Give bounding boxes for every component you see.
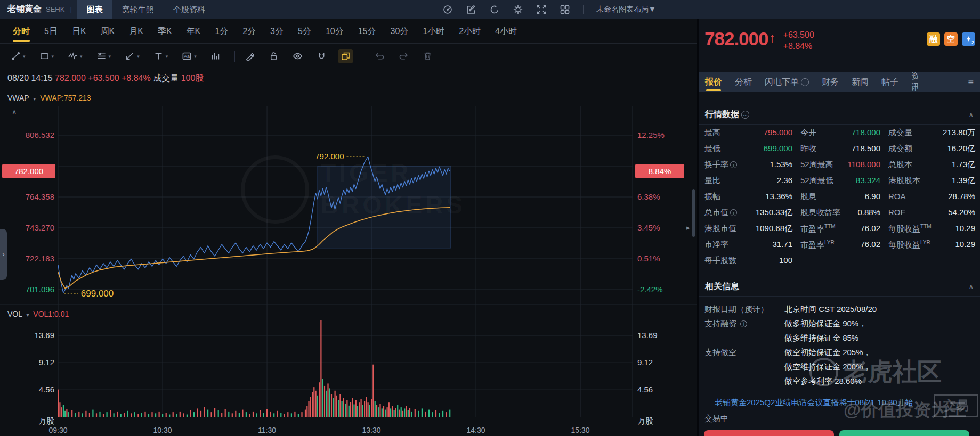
volume-bar (246, 412, 247, 417)
header-divider: | (70, 5, 71, 13)
chevron-down-icon[interactable]: ▾ (31, 96, 38, 102)
volume-bar (345, 404, 346, 417)
header-tab-个股资料[interactable]: 个股资料 (164, 0, 215, 19)
volume-bar (159, 412, 160, 417)
gauge-icon[interactable] (442, 4, 453, 15)
svg-text:8.84%: 8.84% (649, 167, 671, 176)
volume-bar (266, 409, 268, 417)
volume-bar (306, 406, 307, 417)
volume-bar (221, 413, 222, 417)
panel-tab-闪电下单[interactable]: 闪电下单… (765, 72, 809, 92)
time-axis-label: 14:30 (467, 426, 485, 434)
related-value: 北京时间 CST 2025/08/20 (784, 305, 877, 315)
panel-tab-财务[interactable]: 财务 (822, 72, 839, 92)
volume-bar (173, 412, 174, 417)
chart-layout-selector[interactable]: 未命名图表布局▼ (596, 5, 656, 14)
vol-selector[interactable]: VOL (7, 310, 22, 318)
volume-bar (148, 414, 149, 417)
related-value: 做空初始保证金 205%， (784, 348, 871, 358)
volume-bar (301, 412, 302, 417)
pane-collapse-icon[interactable]: ∧ (12, 108, 17, 116)
grid-layout-icon[interactable] (560, 4, 570, 15)
quote-row: 总市值i1350.33亿股息收益率0.88%ROE54.20% (704, 204, 975, 220)
vwap-indicator-legend[interactable]: VWAP ▾ VWAP:757.213 (7, 94, 91, 102)
panel-menu-icon[interactable]: ≡ (968, 77, 974, 88)
quote-row: 最高795.000今开718.000成交量213.80万 (704, 125, 975, 141)
panel-collapse-arrow[interactable]: ▸ (686, 224, 690, 232)
fullscreen-icon[interactable] (536, 4, 547, 15)
volume-bar (425, 412, 426, 417)
collapse-icon[interactable]: ∧ (968, 283, 974, 291)
volume-bar (207, 410, 208, 417)
volume-bar (375, 401, 376, 417)
pct-axis-label: 12.25% (637, 130, 665, 139)
volume-bar (359, 402, 360, 417)
collapse-icon[interactable]: ∧ (968, 111, 974, 119)
quote-data-grid: 最高795.000今开718.000成交量213.80万最低699.000昨收7… (704, 125, 975, 268)
volume-bar (242, 410, 243, 417)
volume-bar (342, 401, 343, 417)
symbol-brand: 老铺黄金 SEHK (0, 4, 64, 15)
volume-bar (134, 412, 135, 417)
volume-bar (446, 412, 447, 417)
edit-icon[interactable] (466, 4, 476, 15)
info-volume: 100股 (181, 73, 204, 83)
volume-bar (197, 408, 198, 417)
panel-tab-新闻[interactable]: 新闻 (852, 72, 869, 92)
time-axis-label: 11:30 (258, 426, 276, 434)
volume-bar (312, 392, 313, 417)
volume-bar (232, 413, 233, 417)
refresh-icon[interactable] (489, 4, 500, 15)
volume-bar (364, 401, 365, 417)
volume-bar (322, 379, 323, 417)
time-axis-label: 10:30 (153, 426, 172, 434)
time-axis-label: 13:30 (362, 426, 381, 434)
volume-bar (291, 413, 292, 417)
header-tab-窝轮牛熊[interactable]: 窝轮牛熊 (112, 0, 164, 19)
volume-indicator-legend[interactable]: VOL ▾ VOL1:0.01 (7, 310, 69, 318)
vol-axis-label: 9.12 (39, 358, 54, 367)
volume-bar (313, 387, 314, 417)
market-status: 交易中 (704, 414, 728, 424)
volume-bar (399, 410, 400, 417)
volume-bar (409, 408, 410, 417)
quote-value: 10.29 (704, 224, 975, 233)
quote-section-title: 行情数据 (705, 109, 739, 120)
volume-bar (200, 411, 201, 417)
volume-bar (442, 411, 443, 417)
volume-bar (362, 405, 363, 417)
left-panel-expand-handle[interactable]: › (0, 229, 7, 280)
volume-bar (99, 412, 100, 417)
panel-tab-帖子[interactable]: 帖子 (881, 72, 898, 92)
price-block: 782.000 ↑ +63.500 +8.84% (704, 28, 814, 52)
buy-button[interactable] (704, 430, 834, 436)
vwap-selector[interactable]: VWAP (7, 94, 29, 102)
price-chart-canvas[interactable]: 806.532764.358743.270722.183701.09612.25… (0, 0, 697, 436)
earnings-call-link[interactable]: 老铺黄金2025Q2业绩电话会议直播将于08/21 10:30开始 (715, 398, 969, 408)
volume-bar (372, 365, 374, 417)
info-icon[interactable]: i (740, 320, 747, 327)
volume-bar (239, 413, 240, 417)
volume-bar (343, 398, 344, 417)
quote-value: 100 (704, 256, 792, 265)
related-label: 财报日期（预计） (704, 305, 768, 315)
header-tab-图表[interactable]: 图表 (77, 0, 112, 19)
volume-bar (394, 410, 395, 417)
panel-tab-clipped[interactable]: 资讯 (911, 71, 918, 93)
volume-bar (107, 412, 108, 417)
volume-bar (317, 396, 318, 417)
panel-tab-分析[interactable]: 分析 (735, 72, 752, 92)
sell-button[interactable] (839, 430, 969, 436)
panel-scrollbar[interactable] (692, 189, 695, 237)
volume-bar (260, 410, 261, 417)
dots-circle-icon[interactable]: … (741, 111, 749, 119)
volume-bar (350, 402, 351, 417)
chevron-down-icon[interactable]: ▾ (24, 312, 31, 318)
volume-bar (114, 413, 115, 417)
volume-bar (346, 400, 347, 417)
volume-bar (59, 402, 60, 417)
panel-tab-报价[interactable]: 报价 (705, 72, 722, 92)
gear-icon[interactable] (513, 4, 523, 15)
volume-bar (256, 413, 257, 417)
volume-bar (66, 409, 67, 417)
